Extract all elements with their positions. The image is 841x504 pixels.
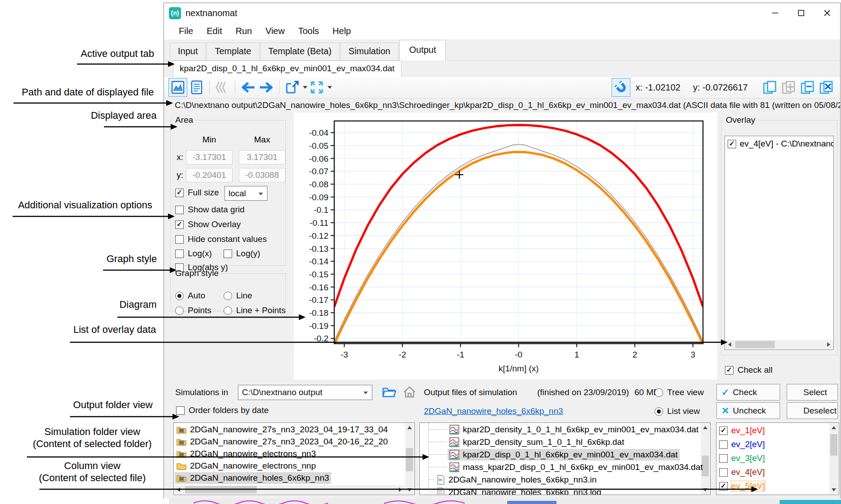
fullscreen-button[interactable] <box>307 78 326 97</box>
menu-view[interactable]: View <box>259 23 291 39</box>
title-bar[interactable]: (n) nextnanomat <box>164 3 840 23</box>
tab-template[interactable]: Template <box>207 43 259 60</box>
file-row[interactable]: In2DGaN_nanowire_holes_6x6kp_nn3.in <box>435 474 599 486</box>
previous-button[interactable] <box>238 78 257 97</box>
overlay-item[interactable]: ev_4[eV] - C:\D\nextnano <box>725 136 833 149</box>
y-min-field[interactable]: -0.20401 <box>186 168 233 182</box>
x-min-field[interactable]: -3.17301 <box>186 150 233 164</box>
check-button[interactable]: ✓ Check <box>716 384 780 401</box>
export-button[interactable] <box>283 78 302 97</box>
select-button[interactable]: Select <box>787 384 838 401</box>
open-folder-button[interactable] <box>382 385 397 401</box>
graph-style-line[interactable]: Line <box>224 291 252 301</box>
simulations-path-select[interactable]: C:\D\nextnano output <box>238 385 372 400</box>
overlay-list[interactable]: ev_4[eV] - C:\D\nextnano <box>725 136 834 350</box>
radio-circle[interactable] <box>175 306 184 315</box>
checkbox-box[interactable] <box>719 482 728 491</box>
checkbox-box[interactable] <box>224 250 232 258</box>
column-list[interactable]: ev_1[eV]ev_2[eV]ev_3[eV]ev_4[eV]ev_5[eV]… <box>716 422 839 495</box>
checkbox-box[interactable] <box>719 426 728 435</box>
tab-output[interactable]: Output <box>399 40 446 60</box>
next-button[interactable] <box>257 78 276 97</box>
menu-help[interactable]: Help <box>326 23 358 39</box>
tab-input[interactable]: Input <box>170 43 206 60</box>
scrollbar-thumb[interactable] <box>406 448 413 471</box>
scroll-left-icon[interactable] <box>177 487 180 492</box>
scrollbar-thumb[interactable] <box>830 434 837 456</box>
folder-row[interactable]: 2DGaN_nanowire_electrons_nnp <box>175 460 318 472</box>
scrollbar-thumb[interactable] <box>735 341 775 348</box>
graph-style-line-points[interactable]: Line + Points <box>224 306 285 315</box>
uncheck-button[interactable]: ✕ Uncheck <box>716 402 780 419</box>
graph-style-points[interactable]: Points <box>175 306 211 315</box>
close-icon[interactable] <box>814 3 840 23</box>
tree-view-radio[interactable]: Tree view <box>655 388 704 397</box>
checkbox-box[interactable] <box>728 140 736 148</box>
file-row[interactable]: kpar2D_disp_0_1_hl_6x6kp_ev_min001_ev_ma… <box>448 449 680 461</box>
deselect-button[interactable]: Deselect <box>787 402 838 419</box>
radio-circle[interactable] <box>224 292 232 300</box>
full-size-checkbox[interactable]: Full size <box>175 188 219 198</box>
scope-select[interactable]: local <box>224 186 267 201</box>
fullscreen-dropdown-caret[interactable] <box>328 86 332 89</box>
folder-row[interactable]: 2DGaN_nanowire_27s_nn3_2023_04_19-17_33_… <box>175 424 390 435</box>
show-data-grid-checkbox[interactable]: Show data grid <box>175 205 245 215</box>
order-folders-checkbox[interactable]: Order folders by date <box>176 405 268 415</box>
chart-canvas[interactable]: -0.04-0.05-0.06-0.07-0.08-0.09-0.1-0.11-… <box>294 112 717 379</box>
folder-row[interactable]: 2DGaN_nanowire_27s_nn3_2023_04_20-16_22_… <box>175 436 390 448</box>
graph-style-auto[interactable]: Auto <box>175 291 205 301</box>
column-row-ev-5-ev[interactable]: ev_5[eV] <box>717 480 767 492</box>
menu-run[interactable]: Run <box>229 23 259 39</box>
column-row-ev-4-ev[interactable]: ev_4[eV] <box>717 466 767 478</box>
minimize-icon[interactable] <box>762 3 788 23</box>
menu-edit[interactable]: Edit <box>200 23 229 39</box>
scroll-up-icon[interactable] <box>832 426 836 429</box>
radio-circle[interactable] <box>655 407 663 416</box>
x-max-field[interactable]: 3.17301 <box>239 150 285 164</box>
scroll-down-icon[interactable] <box>703 488 707 491</box>
checkbox-box[interactable] <box>719 440 728 449</box>
checkbox-box[interactable] <box>719 454 728 463</box>
column-list-vscrollbar[interactable] <box>829 423 838 494</box>
log-y-checkbox[interactable]: Log(y) <box>224 249 260 258</box>
scroll-down-icon[interactable] <box>407 488 412 491</box>
file-row[interactable]: 2DGaN_nanowire_holes_6x6kp_nn3.log <box>435 487 603 495</box>
output-folder-list[interactable]: 2DGaN_nanowire_27s_nn3_2023_04_19-17_33_… <box>173 422 415 495</box>
checkbox-box[interactable] <box>175 220 184 229</box>
checkbox-box[interactable] <box>175 250 184 258</box>
snap-cursor-button[interactable] <box>612 78 630 97</box>
column-row-ev-6-ev[interactable]: ev_6[eV] <box>717 494 767 495</box>
checkbox-box[interactable] <box>719 468 728 477</box>
column-row-ev-3-ev[interactable]: ev_3[eV] <box>717 452 767 464</box>
folder-row[interactable]: 2DGaN_nanowire_holes_6x6kp_nn3 <box>175 472 331 484</box>
folder-list-vscrollbar[interactable] <box>405 423 414 494</box>
list-view-radio[interactable]: List view <box>655 406 700 416</box>
maximize-icon[interactable] <box>788 3 814 23</box>
menu-file[interactable]: File <box>172 23 200 39</box>
new-tab-button[interactable] <box>760 78 779 97</box>
scroll-up-icon[interactable] <box>703 426 707 429</box>
radio-circle[interactable] <box>224 306 232 315</box>
scroll-right-icon[interactable] <box>827 342 830 347</box>
tab-template-beta[interactable]: Template (Beta) <box>260 43 340 60</box>
check-all-checkbox[interactable]: Check all <box>725 365 772 375</box>
radio-circle[interactable] <box>655 388 663 397</box>
column-row-ev-1-ev[interactable]: ev_1[eV] <box>717 425 767 436</box>
graph-view-button[interactable] <box>168 78 187 97</box>
menu-tools[interactable]: Tools <box>291 23 326 39</box>
diagram-area[interactable]: -0.04-0.05-0.06-0.07-0.08-0.09-0.1-0.11-… <box>294 112 717 379</box>
column-row-ev-2-ev[interactable]: ev_2[eV] <box>717 439 767 450</box>
checkbox-box[interactable] <box>176 406 185 415</box>
simulation-folder-link[interactable]: 2DGaN_nanowire_holes_6x6kp_nn3 <box>424 406 563 416</box>
file-row[interactable]: kpar2D_density_1_0_1_hl_6x6kp_ev_min001_… <box>448 424 700 435</box>
scroll-right-icon[interactable] <box>399 487 402 492</box>
scroll-left-icon[interactable] <box>728 342 731 347</box>
close-all-tabs-button[interactable] <box>817 78 836 97</box>
checkbox-box[interactable] <box>725 366 733 375</box>
add-tab-button[interactable] <box>779 78 798 97</box>
folder-list-hscrollbar[interactable] <box>174 485 405 494</box>
scrollbar-thumb[interactable] <box>185 486 257 493</box>
checkbox-box[interactable] <box>175 206 184 214</box>
text-view-button[interactable] <box>187 78 206 97</box>
document-tab[interactable]: kpar2D_disp_0_1_hl_6x6kp_ev_min001_ev_ma… <box>173 60 401 77</box>
